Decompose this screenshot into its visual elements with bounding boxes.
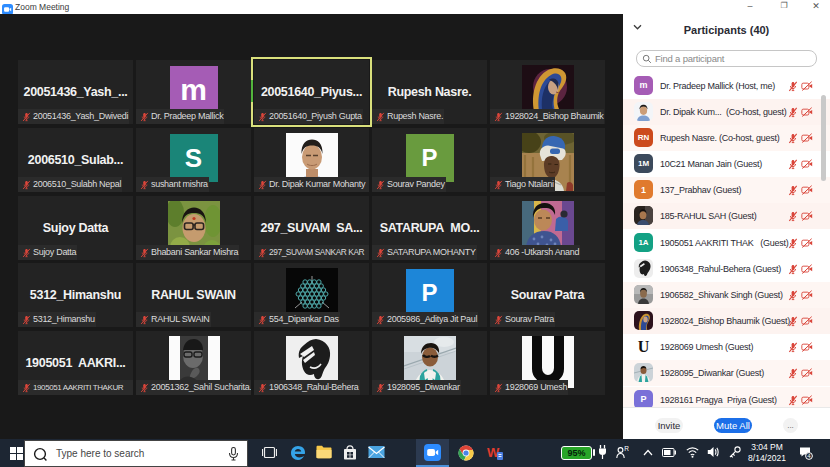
svg-text:R: R	[624, 446, 629, 452]
svg-text:U: U	[638, 338, 650, 355]
